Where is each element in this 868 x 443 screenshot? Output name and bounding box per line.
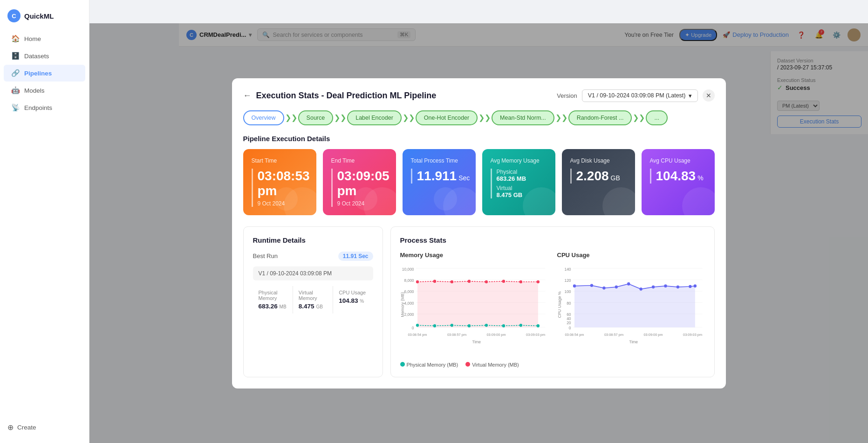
step-source[interactable]: Source — [298, 110, 334, 125]
stat-card-cpu: Avg CPU Usage 104.83 % — [642, 149, 715, 215]
memory-chart-legend: Physical Memory (MB) Virtual Memory (MB) — [400, 362, 548, 368]
sidebar-footer: ⊕ Create — [0, 417, 89, 437]
svg-text:2,000: 2,000 — [404, 312, 414, 317]
pipeline-steps: Overview ❯❯ Source ❯❯ Label Encoder ❯❯ O… — [243, 110, 715, 125]
close-button[interactable]: ✕ — [703, 89, 715, 102]
svg-point-24 — [467, 279, 470, 283]
svg-text:140: 140 — [564, 266, 571, 271]
memory-chart: 10,000 8,000 6,000 4,000 2,000 0 — [400, 263, 548, 356]
svg-text:Time: Time — [629, 340, 638, 344]
card-decor-4 — [354, 187, 377, 211]
back-button[interactable]: ← — [243, 91, 252, 101]
card-decor-2 — [274, 187, 298, 211]
svg-text:0: 0 — [411, 326, 414, 330]
process-time-value: 11.911 Sec — [417, 169, 467, 184]
svg-text:03:09:00 pm: 03:09:00 pm — [643, 332, 663, 336]
version-label: Version — [557, 92, 577, 99]
sidebar-item-endpoints[interactable]: 📡 Endpoints — [4, 99, 85, 116]
sidebar-logo: C QuickML — [0, 6, 89, 30]
svg-marker-12 — [417, 281, 538, 327]
svg-text:03:08:57 pm: 03:08:57 pm — [604, 332, 623, 336]
main-area: C CRMDealPredi... ▾ 🔍 Search for service… — [89, 23, 868, 443]
cpu-chart: 140 120 100 80 60 40 20 0 — [557, 263, 705, 356]
svg-point-25 — [485, 280, 487, 283]
sidebar-logo-text: QuickML — [24, 12, 54, 20]
runtime-title: Runtime Details — [253, 236, 373, 244]
svg-text:CPU Usage %: CPU Usage % — [557, 291, 562, 317]
version-value: V1 / 09-10-2024 03:09:08 PM (Latest) — [588, 92, 686, 99]
metric-physical-value: 683.26 MB — [259, 303, 287, 310]
sidebar-item-label-datasets: Datasets — [24, 53, 49, 60]
end-time-label: End Time — [331, 157, 388, 164]
svg-text:10,000: 10,000 — [402, 266, 414, 271]
legend-physical: Physical Memory (MB) — [400, 362, 458, 368]
svg-text:100: 100 — [564, 289, 571, 294]
cpu-chart-section: CPU Usage 140 120 100 80 60 40 20 0 — [557, 252, 705, 368]
svg-text:03:09:03 pm: 03:09:03 pm — [526, 332, 545, 336]
modal-overlay: ← Execution Stats - Deal Prediction ML P… — [89, 23, 868, 443]
cpu-chart-label: CPU Usage — [557, 252, 705, 259]
modal-title: Execution Stats - Deal Prediction ML Pip… — [256, 91, 437, 101]
svg-text:0: 0 — [568, 326, 571, 330]
step-onehot-encoder[interactable]: One-Hot Encoder — [416, 110, 478, 125]
svg-text:Memory (MB): Memory (MB) — [400, 292, 405, 317]
endpoints-icon: 📡 — [11, 103, 20, 112]
end-time-date: 9 Oct 2024 — [337, 200, 388, 207]
stat-card-memory: Avg Memory Usage Physical 683.26 MB Virt… — [482, 149, 555, 215]
sidebar-item-pipelines[interactable]: 🔗 Pipelines — [4, 65, 85, 82]
svg-point-21 — [416, 280, 418, 283]
disk-label: Avg Disk Usage — [570, 157, 627, 164]
step-arrow-5: ❯❯ — [633, 113, 645, 122]
version-select[interactable]: V1 / 09-10-2024 03:09:08 PM (Latest) ▾ — [582, 89, 698, 102]
runtime-version-row: V1 / 09-10-2024 03:09:08 PM — [253, 266, 373, 280]
svg-point-57 — [664, 284, 667, 287]
svg-point-56 — [651, 285, 654, 288]
svg-point-28 — [536, 280, 539, 283]
svg-text:8,000: 8,000 — [404, 278, 414, 282]
memory-physical-value: 683.26 MB — [497, 175, 547, 182]
datasets-icon: 🗄️ — [11, 52, 20, 60]
svg-point-22 — [433, 279, 436, 283]
sidebar-item-models[interactable]: 🤖 Models — [4, 82, 85, 99]
step-label-encoder[interactable]: Label Encoder — [347, 110, 402, 125]
pipelines-icon: 🔗 — [11, 69, 20, 77]
quickml-logo-icon: C — [7, 9, 21, 22]
svg-point-52 — [602, 286, 605, 290]
sidebar-item-datasets[interactable]: 🗄️ Datasets — [4, 48, 85, 64]
step-arrow-3: ❯❯ — [478, 113, 491, 122]
metric-virtual-memory: Virtual Memory 8.475 GB — [293, 286, 333, 314]
metric-virtual-value: 8.475 GB — [299, 303, 327, 310]
step-arrow-4: ❯❯ — [555, 113, 567, 122]
stat-card-end-time: End Time 03:09:05 pm 9 Oct 2024 — [323, 149, 396, 215]
step-mean-std[interactable]: Mean-Std Norm... — [492, 110, 554, 125]
card-decor-8 — [602, 187, 635, 215]
sidebar-item-label-pipelines: Pipelines — [24, 70, 52, 77]
svg-point-55 — [639, 287, 642, 291]
svg-point-18 — [502, 324, 505, 327]
svg-point-15 — [450, 324, 453, 327]
svg-point-60 — [693, 284, 696, 287]
step-random-forest[interactable]: Random-Forest ... — [568, 110, 632, 125]
start-time-date: 9 Oct 2024 — [258, 200, 308, 207]
best-run-row: Best Run 11.91 Sec — [253, 252, 373, 261]
stats-row: Start Time 03:08:53 pm 9 Oct 2024 End Ti… — [243, 149, 715, 215]
svg-point-54 — [627, 282, 630, 286]
svg-text:20: 20 — [567, 320, 571, 325]
create-button[interactable]: ⊕ Create — [7, 423, 82, 432]
svg-point-50 — [573, 284, 575, 287]
legend-virtual: Virtual Memory (MB) — [465, 362, 519, 368]
metric-physical-memory: Physical Memory 683.26 MB — [253, 286, 293, 314]
svg-text:80: 80 — [567, 300, 571, 305]
memory-chart-label: Memory Usage — [400, 252, 548, 259]
memory-label: Avg Memory Usage — [491, 157, 547, 164]
step-overview[interactable]: Overview — [243, 110, 284, 125]
best-run-badge: 11.91 Sec — [338, 252, 373, 261]
sidebar-item-home[interactable]: 🏠 Home — [4, 30, 85, 47]
svg-point-19 — [519, 324, 522, 327]
step-arrow-0: ❯❯ — [285, 113, 297, 122]
step-arrow-2: ❯❯ — [403, 113, 415, 122]
step-more[interactable]: ... — [646, 110, 667, 125]
svg-point-51 — [590, 284, 593, 287]
process-time-label: Total Process Time — [411, 157, 467, 164]
process-card: Process Stats Memory Usage 10,000 8,000 … — [390, 226, 715, 377]
